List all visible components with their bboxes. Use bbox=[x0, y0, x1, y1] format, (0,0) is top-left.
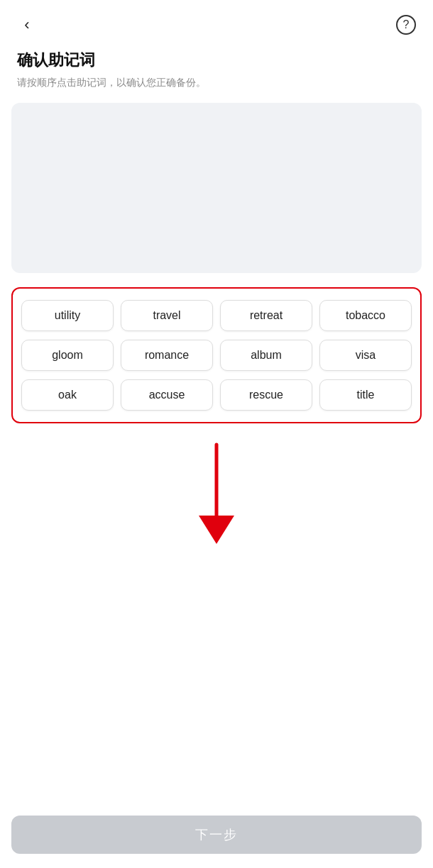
header: ‹ ? bbox=[0, 0, 433, 43]
word-chip-gloom[interactable]: gloom bbox=[21, 340, 114, 371]
title-section: 确认助记词 请按顺序点击助记词，以确认您正确备份。 bbox=[0, 43, 433, 103]
arrow-down-icon bbox=[188, 438, 245, 551]
page-subtitle: 请按顺序点击助记词，以确认您正确备份。 bbox=[17, 75, 416, 90]
back-button[interactable]: ‹ bbox=[14, 12, 40, 38]
word-chip-rescue[interactable]: rescue bbox=[220, 379, 312, 411]
word-chip-oak[interactable]: oak bbox=[21, 379, 114, 411]
help-icon: ? bbox=[396, 15, 416, 35]
bottom-button-container: 下一步 bbox=[0, 807, 433, 868]
word-chip-tobacco[interactable]: tobacco bbox=[319, 300, 412, 331]
word-chip-romance[interactable]: romance bbox=[121, 340, 213, 371]
word-chip-album[interactable]: album bbox=[220, 340, 312, 371]
next-button[interactable]: 下一步 bbox=[11, 816, 422, 854]
word-chip-visa[interactable]: visa bbox=[319, 340, 412, 371]
svg-marker-1 bbox=[199, 516, 234, 544]
word-chip-retreat[interactable]: retreat bbox=[220, 300, 312, 331]
word-chip-travel[interactable]: travel bbox=[121, 300, 213, 331]
page-title: 确认助记词 bbox=[17, 50, 416, 71]
word-grid-container: utility travel retreat tobacco gloom rom… bbox=[11, 287, 422, 423]
word-row-2: gloom romance album visa bbox=[21, 340, 412, 371]
word-chip-title[interactable]: title bbox=[319, 379, 412, 411]
selection-area bbox=[11, 103, 422, 273]
back-icon: ‹ bbox=[24, 17, 29, 33]
help-button[interactable]: ? bbox=[393, 12, 419, 38]
word-chip-accuse[interactable]: accuse bbox=[121, 379, 213, 411]
word-row-3: oak accuse rescue title bbox=[21, 379, 412, 411]
word-chip-utility[interactable]: utility bbox=[21, 300, 114, 331]
word-row-1: utility travel retreat tobacco bbox=[21, 300, 412, 331]
arrow-area bbox=[0, 438, 433, 565]
